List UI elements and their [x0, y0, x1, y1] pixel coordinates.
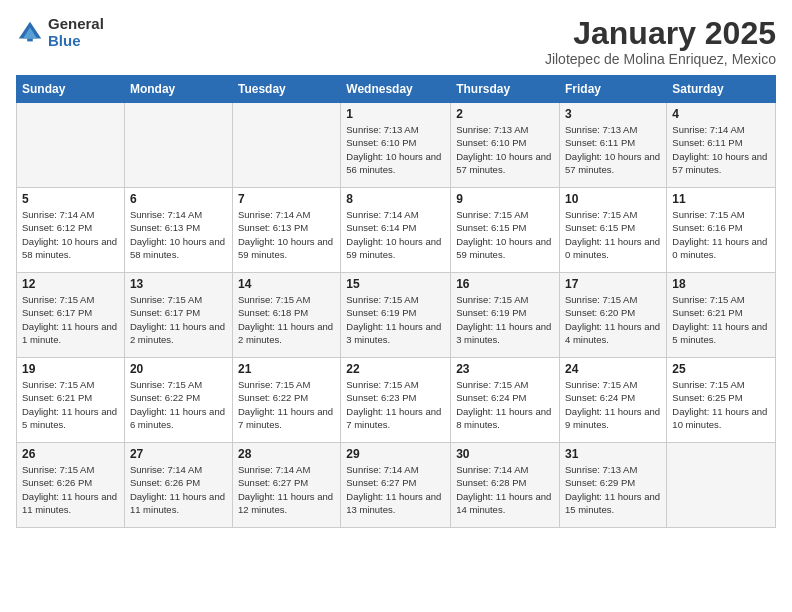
day-number: 21: [238, 362, 335, 376]
day-number: 20: [130, 362, 227, 376]
day-number: 8: [346, 192, 445, 206]
page-header: General Blue January 2025 Jilotepec de M…: [16, 16, 776, 67]
day-number: 3: [565, 107, 661, 121]
calendar-cell: 12Sunrise: 7:15 AMSunset: 6:17 PMDayligh…: [17, 273, 125, 358]
day-number: 5: [22, 192, 119, 206]
calendar-cell: 26Sunrise: 7:15 AMSunset: 6:26 PMDayligh…: [17, 443, 125, 528]
week-row-2: 5Sunrise: 7:14 AMSunset: 6:12 PMDaylight…: [17, 188, 776, 273]
weekday-header-row: SundayMondayTuesdayWednesdayThursdayFrid…: [17, 76, 776, 103]
calendar-cell: [667, 443, 776, 528]
weekday-header-sunday: Sunday: [17, 76, 125, 103]
day-number: 22: [346, 362, 445, 376]
calendar-cell: 23Sunrise: 7:15 AMSunset: 6:24 PMDayligh…: [451, 358, 560, 443]
day-info: Sunrise: 7:14 AMSunset: 6:28 PMDaylight:…: [456, 463, 554, 516]
day-info: Sunrise: 7:15 AMSunset: 6:17 PMDaylight:…: [130, 293, 227, 346]
weekday-header-thursday: Thursday: [451, 76, 560, 103]
day-number: 18: [672, 277, 770, 291]
day-number: 6: [130, 192, 227, 206]
weekday-header-tuesday: Tuesday: [232, 76, 340, 103]
svg-rect-2: [27, 38, 33, 41]
day-info: Sunrise: 7:13 AMSunset: 6:10 PMDaylight:…: [346, 123, 445, 176]
weekday-header-wednesday: Wednesday: [341, 76, 451, 103]
day-number: 28: [238, 447, 335, 461]
calendar-cell: 6Sunrise: 7:14 AMSunset: 6:13 PMDaylight…: [124, 188, 232, 273]
calendar-cell: 9Sunrise: 7:15 AMSunset: 6:15 PMDaylight…: [451, 188, 560, 273]
calendar-cell: [17, 103, 125, 188]
day-info: Sunrise: 7:14 AMSunset: 6:13 PMDaylight:…: [238, 208, 335, 261]
day-number: 19: [22, 362, 119, 376]
calendar-cell: 18Sunrise: 7:15 AMSunset: 6:21 PMDayligh…: [667, 273, 776, 358]
calendar-cell: 13Sunrise: 7:15 AMSunset: 6:17 PMDayligh…: [124, 273, 232, 358]
day-info: Sunrise: 7:15 AMSunset: 6:20 PMDaylight:…: [565, 293, 661, 346]
weekday-header-saturday: Saturday: [667, 76, 776, 103]
day-number: 29: [346, 447, 445, 461]
day-info: Sunrise: 7:15 AMSunset: 6:21 PMDaylight:…: [22, 378, 119, 431]
calendar-cell: 21Sunrise: 7:15 AMSunset: 6:22 PMDayligh…: [232, 358, 340, 443]
calendar-cell: 4Sunrise: 7:14 AMSunset: 6:11 PMDaylight…: [667, 103, 776, 188]
weekday-header-monday: Monday: [124, 76, 232, 103]
calendar-cell: 7Sunrise: 7:14 AMSunset: 6:13 PMDaylight…: [232, 188, 340, 273]
day-number: 30: [456, 447, 554, 461]
day-number: 10: [565, 192, 661, 206]
day-info: Sunrise: 7:15 AMSunset: 6:24 PMDaylight:…: [565, 378, 661, 431]
day-info: Sunrise: 7:15 AMSunset: 6:19 PMDaylight:…: [456, 293, 554, 346]
week-row-5: 26Sunrise: 7:15 AMSunset: 6:26 PMDayligh…: [17, 443, 776, 528]
day-number: 11: [672, 192, 770, 206]
day-info: Sunrise: 7:15 AMSunset: 6:22 PMDaylight:…: [130, 378, 227, 431]
day-number: 27: [130, 447, 227, 461]
logo-text: General Blue: [48, 16, 104, 49]
title-area: January 2025 Jilotepec de Molina Enrique…: [545, 16, 776, 67]
calendar-cell: 1Sunrise: 7:13 AMSunset: 6:10 PMDaylight…: [341, 103, 451, 188]
logo: General Blue: [16, 16, 104, 49]
day-number: 14: [238, 277, 335, 291]
day-info: Sunrise: 7:15 AMSunset: 6:26 PMDaylight:…: [22, 463, 119, 516]
day-info: Sunrise: 7:14 AMSunset: 6:11 PMDaylight:…: [672, 123, 770, 176]
calendar-cell: 17Sunrise: 7:15 AMSunset: 6:20 PMDayligh…: [560, 273, 667, 358]
calendar-cell: 25Sunrise: 7:15 AMSunset: 6:25 PMDayligh…: [667, 358, 776, 443]
day-number: 23: [456, 362, 554, 376]
day-info: Sunrise: 7:13 AMSunset: 6:11 PMDaylight:…: [565, 123, 661, 176]
day-number: 1: [346, 107, 445, 121]
logo-icon: [16, 19, 44, 47]
calendar-cell: 2Sunrise: 7:13 AMSunset: 6:10 PMDaylight…: [451, 103, 560, 188]
calendar-cell: 15Sunrise: 7:15 AMSunset: 6:19 PMDayligh…: [341, 273, 451, 358]
day-info: Sunrise: 7:15 AMSunset: 6:23 PMDaylight:…: [346, 378, 445, 431]
month-title: January 2025: [545, 16, 776, 51]
week-row-3: 12Sunrise: 7:15 AMSunset: 6:17 PMDayligh…: [17, 273, 776, 358]
day-info: Sunrise: 7:15 AMSunset: 6:17 PMDaylight:…: [22, 293, 119, 346]
day-info: Sunrise: 7:15 AMSunset: 6:16 PMDaylight:…: [672, 208, 770, 261]
calendar-cell: [232, 103, 340, 188]
day-info: Sunrise: 7:15 AMSunset: 6:24 PMDaylight:…: [456, 378, 554, 431]
day-number: 2: [456, 107, 554, 121]
day-info: Sunrise: 7:14 AMSunset: 6:27 PMDaylight:…: [238, 463, 335, 516]
day-info: Sunrise: 7:13 AMSunset: 6:10 PMDaylight:…: [456, 123, 554, 176]
calendar-cell: 22Sunrise: 7:15 AMSunset: 6:23 PMDayligh…: [341, 358, 451, 443]
day-number: 12: [22, 277, 119, 291]
calendar-cell: 20Sunrise: 7:15 AMSunset: 6:22 PMDayligh…: [124, 358, 232, 443]
calendar-cell: 3Sunrise: 7:13 AMSunset: 6:11 PMDaylight…: [560, 103, 667, 188]
calendar-cell: 30Sunrise: 7:14 AMSunset: 6:28 PMDayligh…: [451, 443, 560, 528]
calendar-cell: 10Sunrise: 7:15 AMSunset: 6:15 PMDayligh…: [560, 188, 667, 273]
day-info: Sunrise: 7:15 AMSunset: 6:15 PMDaylight:…: [456, 208, 554, 261]
calendar-cell: 31Sunrise: 7:13 AMSunset: 6:29 PMDayligh…: [560, 443, 667, 528]
calendar-cell: 29Sunrise: 7:14 AMSunset: 6:27 PMDayligh…: [341, 443, 451, 528]
day-number: 26: [22, 447, 119, 461]
day-info: Sunrise: 7:15 AMSunset: 6:25 PMDaylight:…: [672, 378, 770, 431]
weekday-header-friday: Friday: [560, 76, 667, 103]
location-title: Jilotepec de Molina Enriquez, Mexico: [545, 51, 776, 67]
calendar-cell: 24Sunrise: 7:15 AMSunset: 6:24 PMDayligh…: [560, 358, 667, 443]
day-number: 25: [672, 362, 770, 376]
day-number: 4: [672, 107, 770, 121]
day-number: 31: [565, 447, 661, 461]
week-row-1: 1Sunrise: 7:13 AMSunset: 6:10 PMDaylight…: [17, 103, 776, 188]
day-info: Sunrise: 7:14 AMSunset: 6:14 PMDaylight:…: [346, 208, 445, 261]
day-info: Sunrise: 7:15 AMSunset: 6:22 PMDaylight:…: [238, 378, 335, 431]
day-number: 15: [346, 277, 445, 291]
calendar-cell: 5Sunrise: 7:14 AMSunset: 6:12 PMDaylight…: [17, 188, 125, 273]
day-info: Sunrise: 7:13 AMSunset: 6:29 PMDaylight:…: [565, 463, 661, 516]
day-number: 16: [456, 277, 554, 291]
day-info: Sunrise: 7:14 AMSunset: 6:12 PMDaylight:…: [22, 208, 119, 261]
day-number: 24: [565, 362, 661, 376]
calendar-table: SundayMondayTuesdayWednesdayThursdayFrid…: [16, 75, 776, 528]
day-number: 9: [456, 192, 554, 206]
